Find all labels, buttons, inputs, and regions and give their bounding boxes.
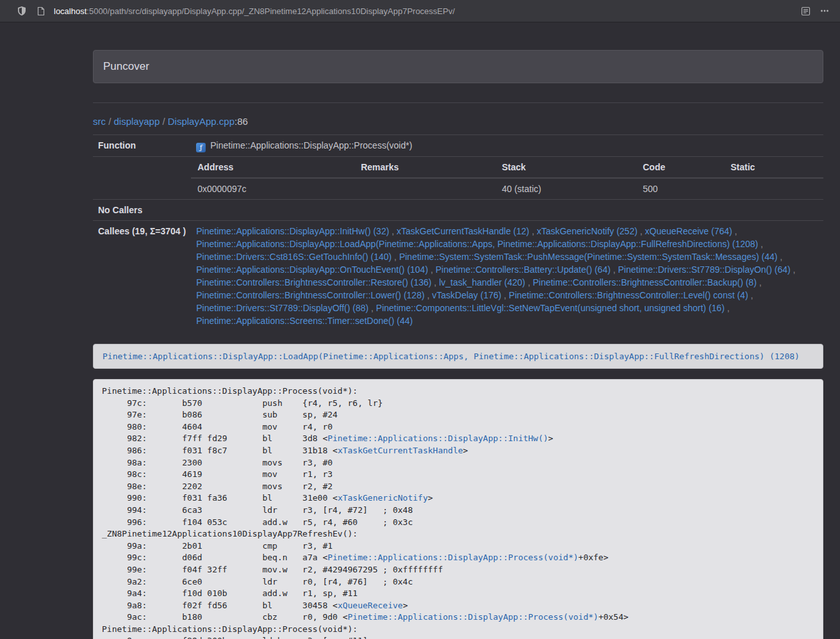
no-callers-label: No Callers — [93, 200, 191, 221]
selected-callee-link[interactable]: Pinetime::Applications::DisplayApp::Load… — [103, 352, 800, 361]
callee-separator: , — [748, 290, 754, 300]
breadcrumb-link[interactable]: DisplayApp.cpp — [168, 116, 235, 127]
divider — [93, 102, 823, 103]
callee-separator: , — [732, 226, 737, 236]
metrics-row: Address Remarks Stack Code Static 0x0000… — [93, 157, 823, 200]
breadcrumb-separator: / — [160, 116, 168, 127]
function-symbol-name: Pinetime::Applications::DisplayApp::Proc… — [210, 140, 412, 150]
function-row: Function ƒPinetime::Applications::Displa… — [93, 135, 823, 157]
function-symbol-cell: ƒPinetime::Applications::DisplayApp::Pro… — [191, 135, 823, 157]
breadcrumb-separator: / — [106, 116, 114, 127]
code-symbol-link[interactable]: xTaskGenericNotify — [338, 493, 428, 503]
callee-separator: , — [428, 264, 436, 275]
callees-cell: Pinetime::Applications::DisplayApp::Init… — [191, 221, 823, 332]
callee-link[interactable]: Pinetime::Applications::DisplayApp::Load… — [196, 239, 758, 249]
browser-toolbar: localhost:5000/path/src/displayapp/Displ… — [0, 0, 840, 22]
app-header-panel: Puncover — [93, 50, 823, 83]
callee-separator: , — [431, 277, 439, 287]
site-identity-page-icon[interactable] — [33, 3, 49, 19]
callee-link[interactable]: Pinetime::Controllers::BrightnessControl… — [532, 277, 756, 287]
callee-link[interactable]: Pinetime::Controllers::BrightnessControl… — [196, 277, 431, 287]
callee-link[interactable]: Pinetime::Controllers::BrightnessControl… — [196, 290, 424, 300]
metrics-header-row: Address Remarks Stack Code Static — [191, 157, 823, 178]
url-path: :5000/path/src/displayapp/DisplayApp.cpp… — [86, 6, 455, 16]
breadcrumb: src / displayapp / DisplayApp.cpp:86 — [93, 116, 823, 127]
selected-callee-banner: Pinetime::Applications::DisplayApp::Load… — [93, 344, 823, 369]
column-header-code: Code — [636, 157, 724, 178]
no-callers-row: No Callers — [93, 200, 823, 221]
callee-link[interactable]: xQueueReceive (764) — [645, 226, 732, 236]
metric-code: 500 — [636, 178, 724, 199]
column-header-static: Static — [724, 157, 823, 178]
callee-separator: , — [757, 277, 762, 287]
callee-link[interactable]: Pinetime::Controllers::Battery::Update()… — [436, 264, 611, 275]
callee-separator: , — [368, 303, 376, 313]
callee-link[interactable]: Pinetime::System::SystemTask::PushMessag… — [399, 252, 778, 262]
metrics-row-spacer — [93, 157, 191, 200]
column-header-stack: Stack — [495, 157, 636, 178]
content-area: Puncover src / displayapp / DisplayApp.c… — [93, 22, 823, 639]
callee-separator: , — [611, 264, 618, 275]
callee-link[interactable]: xTaskGenericNotify (252) — [537, 226, 638, 236]
callee-separator: , — [777, 252, 782, 262]
function-icon: ƒ — [196, 143, 206, 152]
screen: { "browser": { "url_host": "localhost", … — [0, 0, 840, 639]
toolbar-right-icons — [798, 3, 832, 19]
metrics-cell: Address Remarks Stack Code Static 0x0000… — [191, 157, 823, 200]
symbol-info-table: Function ƒPinetime::Applications::Displa… — [93, 134, 823, 331]
code-symbol-link[interactable]: xTaskGetCurrentTaskHandle — [338, 446, 463, 455]
code-symbol-link[interactable]: Pinetime::Applications::DisplayApp::Proc… — [327, 553, 578, 562]
callee-separator: , — [638, 226, 645, 236]
breadcrumb-line-number: :86 — [235, 116, 248, 127]
callee-separator: , — [529, 226, 537, 236]
callee-separator: , — [791, 264, 796, 275]
callee-separator: , — [725, 303, 730, 313]
app-title: Puncover — [103, 60, 149, 72]
callee-separator: , — [391, 252, 399, 262]
callee-link[interactable]: Pinetime::Applications::DisplayApp::Init… — [196, 226, 389, 236]
column-header-address: Address — [191, 157, 354, 178]
callee-separator: , — [525, 277, 533, 287]
callee-link[interactable]: Pinetime::Drivers::Cst816S::GetTouchInfo… — [196, 252, 391, 262]
metrics-values-row: 0x0000097c 40 (static) 500 — [191, 178, 823, 199]
callee-link[interactable]: vTaskDelay (176) — [432, 290, 501, 300]
metric-remarks — [354, 178, 495, 199]
callees-label: Callees (19, Σ=3704 ) — [93, 221, 191, 332]
breadcrumb-link[interactable]: src — [93, 116, 106, 127]
callee-separator: , — [501, 290, 509, 300]
breadcrumb-link[interactable]: displayapp — [114, 116, 160, 127]
callee-link[interactable]: lv_task_handler (420) — [439, 277, 525, 287]
callee-link[interactable]: Pinetime::Controllers::BrightnessControl… — [509, 290, 748, 300]
callee-link[interactable]: Pinetime::Applications::Screens::Timer::… — [196, 316, 413, 326]
reader-mode-icon[interactable] — [798, 3, 813, 19]
more-menu-icon[interactable] — [817, 3, 832, 19]
callees-row: Callees (19, Σ=3704 ) Pinetime::Applicat… — [93, 221, 823, 332]
metric-static — [724, 178, 823, 199]
callee-link[interactable]: Pinetime::Drivers::St7789::DisplayOn() (… — [618, 264, 791, 275]
disassembly: Pinetime::Applications::DisplayApp::Proc… — [93, 379, 823, 639]
symbol-metrics-table: Address Remarks Stack Code Static 0x0000… — [191, 157, 823, 199]
callee-separator: , — [758, 239, 763, 249]
code-symbol-link[interactable]: Pinetime::Applications::DisplayApp::Init… — [327, 433, 548, 443]
callee-separator: , — [389, 226, 397, 236]
metric-address: 0x0000097c — [191, 178, 354, 199]
callee-link[interactable]: xTaskGetCurrentTaskHandle (12) — [397, 226, 529, 236]
code-symbol-link[interactable]: xQueueReceive — [338, 601, 403, 610]
no-callers-cell — [191, 200, 823, 221]
metric-stack: 40 (static) — [495, 178, 636, 199]
callee-link[interactable]: Pinetime::Applications::DisplayApp::OnTo… — [196, 264, 428, 275]
tracking-protection-shield-icon[interactable] — [14, 3, 29, 19]
url-host: localhost — [54, 6, 86, 16]
column-header-remarks: Remarks — [354, 157, 495, 178]
callee-link[interactable]: Pinetime::Components::LittleVgl::SetNewT… — [376, 303, 725, 313]
url-bar[interactable]: localhost:5000/path/src/displayapp/Displ… — [54, 6, 798, 16]
function-row-label: Function — [93, 135, 191, 157]
callee-separator: , — [425, 290, 432, 300]
code-symbol-link[interactable]: Pinetime::Applications::DisplayApp::Proc… — [348, 612, 598, 622]
callee-link[interactable]: Pinetime::Drivers::St7789::DisplayOff() … — [196, 303, 368, 313]
